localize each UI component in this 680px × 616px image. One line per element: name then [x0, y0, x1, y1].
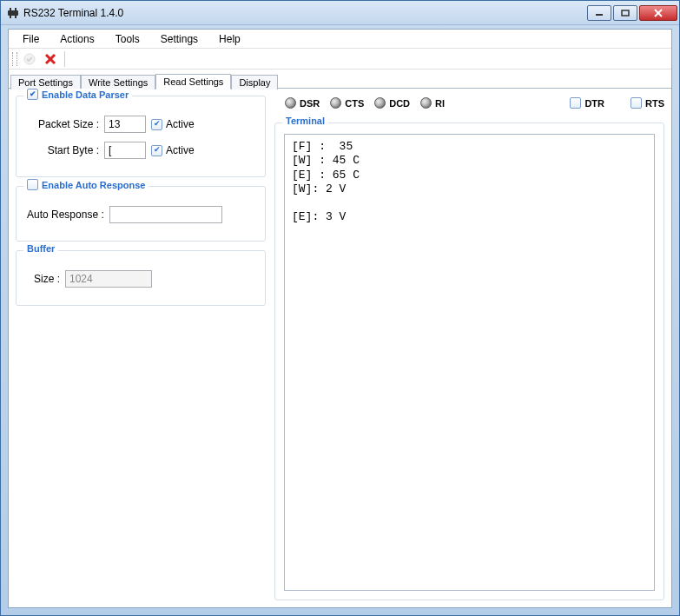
- group-title-autoresp: Enable Auto Response: [23, 179, 149, 190]
- row-auto-response: Auto Response :: [27, 206, 256, 223]
- label-startbyte-active: Active: [166, 144, 195, 156]
- label-buffer-size: Size :: [34, 273, 60, 285]
- menu-help[interactable]: Help: [210, 31, 249, 47]
- label-cts: CTS: [345, 98, 364, 109]
- content: Enable Data Parser Packet Size : Active …: [9, 89, 671, 607]
- checkbox-enable-autoresp[interactable]: [27, 179, 38, 190]
- close-button[interactable]: [639, 5, 677, 21]
- window-title: RS232 Terminal 1.4.0: [23, 7, 123, 19]
- tab-write-settings[interactable]: Write Settings: [81, 75, 155, 89]
- row-start-byte: Start Byte : Active: [34, 142, 256, 159]
- svg-rect-3: [10, 16, 11, 18]
- led-dcd: [374, 97, 386, 109]
- tab-read-settings[interactable]: Read Settings: [155, 74, 231, 89]
- label-packet-active: Active: [166, 118, 195, 130]
- app-icon: [6, 6, 20, 20]
- left-pane: Enable Data Parser Packet Size : Active …: [16, 96, 266, 600]
- tab-display[interactable]: Display: [231, 75, 278, 89]
- svg-rect-0: [8, 10, 18, 16]
- label-dcd: DCD: [389, 98, 410, 109]
- menu-actions[interactable]: Actions: [51, 31, 102, 47]
- right-pane: DSR CTS DCD RI DTR RTS Terminal [F] : 35…: [274, 96, 664, 600]
- label-rts: RTS: [645, 98, 664, 109]
- checkbox-packet-active[interactable]: [151, 119, 162, 130]
- menu-tools[interactable]: Tools: [107, 31, 149, 47]
- connect-button[interactable]: [21, 50, 38, 68]
- label-dsr: DSR: [300, 98, 320, 109]
- row-buffer-size: Size :: [34, 270, 256, 288]
- checkbox-dtr[interactable]: [570, 97, 581, 109]
- group-buffer: Buffer Size :: [16, 250, 266, 306]
- group-title-terminal: Terminal: [282, 116, 328, 126]
- checkbox-startbyte-active[interactable]: [151, 145, 162, 156]
- svg-rect-6: [622, 10, 629, 16]
- input-buffer-size: [65, 270, 152, 288]
- label-packet-size: Packet Size :: [34, 118, 99, 130]
- toolbar-separator: [64, 51, 66, 67]
- svg-rect-1: [10, 8, 11, 10]
- minimize-button[interactable]: [587, 5, 611, 21]
- group-title-parser: Enable Data Parser: [23, 89, 132, 100]
- input-packet-size[interactable]: [104, 116, 146, 133]
- menubar: File Actions Tools Settings Help: [9, 30, 671, 49]
- svg-rect-4: [15, 16, 17, 18]
- status-row: DSR CTS DCD RI DTR RTS: [274, 96, 664, 114]
- group-enable-data-parser: Enable Data Parser Packet Size : Active …: [16, 96, 266, 177]
- disconnect-button[interactable]: [42, 50, 59, 68]
- input-start-byte[interactable]: [104, 142, 146, 159]
- group-terminal: Terminal [F] : 35 [W] : 45 C [E] : 65 C …: [274, 123, 664, 600]
- tab-port-settings[interactable]: Port Settings: [10, 75, 81, 89]
- terminal-output[interactable]: [F] : 35 [W] : 45 C [E] : 65 C [W]: 2 V …: [284, 134, 655, 591]
- label-start-byte: Start Byte :: [34, 144, 99, 156]
- titlebar[interactable]: RS232 Terminal 1.4.0: [1, 1, 679, 25]
- client-area: File Actions Tools Settings Help Port Se…: [8, 29, 672, 608]
- toolbar: [9, 49, 671, 70]
- checkbox-enable-parser[interactable]: [27, 89, 38, 100]
- input-auto-response[interactable]: [109, 206, 222, 223]
- toolbar-grip: [12, 52, 17, 66]
- menu-settings[interactable]: Settings: [152, 31, 207, 47]
- row-packet-size: Packet Size : Active: [34, 116, 256, 133]
- menu-file[interactable]: File: [14, 31, 48, 47]
- window-buttons: [585, 5, 677, 21]
- maximize-button[interactable]: [613, 5, 637, 21]
- label-auto-response: Auto Response :: [27, 209, 104, 221]
- checkbox-rts[interactable]: [630, 97, 642, 109]
- led-dsr: [285, 97, 296, 109]
- label-dtr: DTR: [584, 98, 604, 109]
- tabs: Port Settings Write Settings Read Settin…: [9, 70, 671, 89]
- led-ri: [420, 97, 432, 109]
- svg-rect-2: [15, 8, 17, 10]
- label-enable-autoresp: Enable Auto Response: [42, 180, 145, 190]
- led-cts: [330, 97, 341, 109]
- group-enable-auto-response: Enable Auto Response Auto Response :: [16, 186, 266, 242]
- label-ri: RI: [435, 98, 445, 109]
- group-title-buffer: Buffer: [23, 243, 58, 254]
- label-enable-parser: Enable Data Parser: [42, 89, 129, 100]
- app-window: RS232 Terminal 1.4.0 File Actions Tools …: [0, 0, 680, 616]
